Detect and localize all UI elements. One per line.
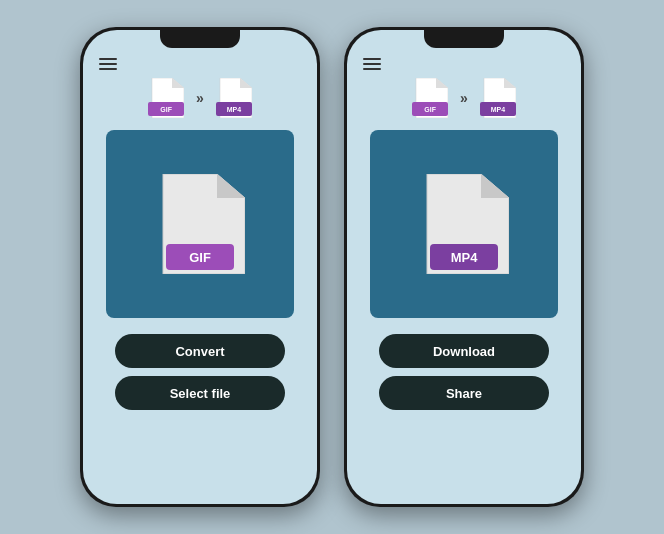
hamburger-icon-1[interactable] — [99, 58, 117, 70]
phone-2: GIF » MP4 — [344, 27, 584, 507]
phone-1-from-file-icon: GIF — [148, 78, 184, 118]
phone-1: GIF » MP4 — [80, 27, 320, 507]
phone-1-from-badge: GIF — [144, 78, 188, 118]
phone-1-to-badge: MP4 — [212, 78, 256, 118]
phone-2-download-button[interactable]: Download — [379, 334, 549, 368]
phone-1-big-file-icon: GIF — [155, 174, 245, 274]
phone-2-arrows: » — [460, 90, 468, 106]
phone-2-hamburger[interactable] — [347, 54, 581, 78]
phone-2-to-file-icon: MP4 — [480, 78, 516, 118]
phone-1-from-label: GIF — [148, 102, 184, 116]
phone-1-conversion-header: GIF » MP4 — [144, 78, 256, 118]
phone-2-from-file-icon: GIF — [412, 78, 448, 118]
phone-1-convert-button[interactable]: Convert — [115, 334, 285, 368]
phone-2-share-button[interactable]: Share — [379, 376, 549, 410]
phone-2-big-label: MP4 — [430, 244, 498, 270]
hamburger-icon-2[interactable] — [363, 58, 381, 70]
phone-1-main-card: GIF — [106, 130, 294, 318]
phone-1-screen: GIF » MP4 — [83, 30, 317, 504]
phone-1-to-label: MP4 — [216, 102, 252, 116]
phone-1-to-file-icon: MP4 — [216, 78, 252, 118]
phone-1-big-label: GIF — [166, 244, 234, 270]
phone-1-arrows: » — [196, 90, 204, 106]
phone-2-conversion-header: GIF » MP4 — [408, 78, 520, 118]
phone-2-screen: GIF » MP4 — [347, 30, 581, 504]
phone-2-notch — [424, 30, 504, 48]
phone-2-to-badge: MP4 — [476, 78, 520, 118]
phone-1-notch — [160, 30, 240, 48]
phone-1-select-button[interactable]: Select file — [115, 376, 285, 410]
phone-2-to-label: MP4 — [480, 102, 516, 116]
phone-2-main-card: MP4 — [370, 130, 558, 318]
phone-2-from-badge: GIF — [408, 78, 452, 118]
phone-1-hamburger[interactable] — [83, 54, 317, 78]
phone-2-from-label: GIF — [412, 102, 448, 116]
phone-2-big-file-icon: MP4 — [419, 174, 509, 274]
